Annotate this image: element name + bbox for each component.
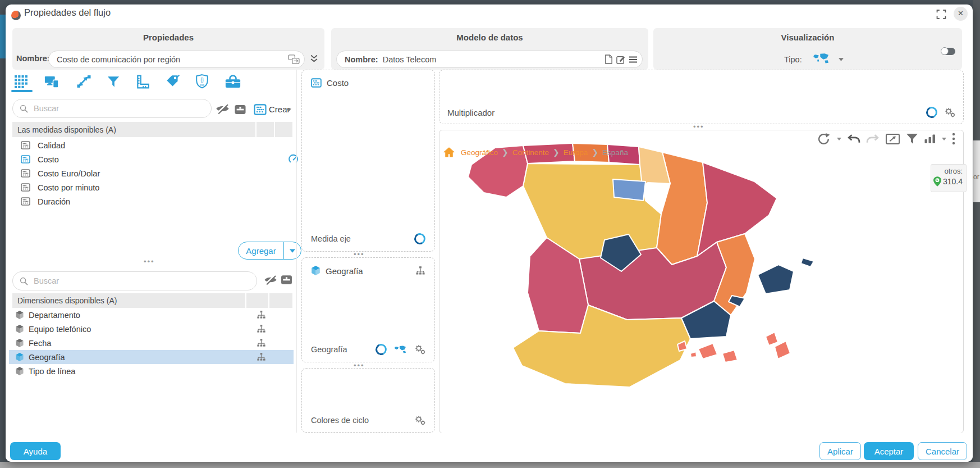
menu-icon[interactable]: [629, 56, 638, 63]
multiplier-slot[interactable]: Multiplicador: [439, 70, 964, 124]
type-dropdown-caret-icon[interactable]: [839, 58, 844, 61]
flow-name-value: Costo de comunicación por región: [49, 55, 288, 64]
geography-config-ring-icon[interactable]: [374, 342, 388, 356]
redo-icon[interactable]: [866, 133, 880, 144]
collapse-panel-icon[interactable]: [234, 104, 246, 115]
dimensions-list-header: Dimensiones disponibles (A): [12, 293, 292, 308]
chart-dropdown-caret-icon[interactable]: [942, 138, 946, 140]
accept-button[interactable]: Aceptar: [864, 442, 914, 460]
apply-button[interactable]: Aplicar: [819, 442, 861, 460]
dimensions-search-input[interactable]: [33, 276, 251, 286]
hide-unused-eye-icon[interactable]: [216, 103, 230, 114]
tab-tags[interactable]: [166, 75, 180, 89]
dimension-list-item[interactable]: Fecha: [9, 336, 294, 350]
chart-type-icon[interactable]: [924, 134, 936, 144]
add-dropdown-caret-icon[interactable]: [283, 242, 301, 259]
help-button[interactable]: Ayuda: [10, 442, 61, 460]
refresh-icon[interactable]: [817, 133, 831, 146]
fit-image-icon[interactable]: [885, 133, 900, 145]
undo-icon[interactable]: [847, 133, 860, 144]
tab-fields[interactable]: [15, 75, 29, 88]
slot-drag-handle[interactable]: •••: [354, 364, 365, 368]
rename-translate-icon[interactable]: [288, 54, 300, 64]
measure-config-ring-icon[interactable]: [413, 231, 427, 246]
new-document-icon[interactable]: [605, 54, 613, 64]
tab-toolbox[interactable]: [225, 75, 241, 88]
flow-name-input[interactable]: Costo de comunicación por región: [48, 51, 305, 68]
active-tab-underline: [11, 90, 33, 92]
expand-properties-chevrons-icon[interactable]: [310, 54, 318, 63]
breadcrumb-item[interactable]: ❯ Continente: [502, 148, 549, 157]
fullscreen-icon[interactable]: [936, 10, 946, 19]
dimension-label: Tipo de línea: [29, 367, 75, 376]
measure-label: Costo Euro/Dolar: [38, 169, 100, 178]
breadcrumb-item[interactable]: ❯ Geográfico: [461, 148, 498, 157]
others-label: otros:: [931, 167, 963, 175]
measure-label: Duración: [38, 197, 70, 206]
measures-search[interactable]: [12, 99, 212, 118]
properties-panel-title: Propiedades: [12, 28, 324, 42]
measure-axis-slot[interactable]: Costo Medida eje: [301, 70, 435, 252]
gears-icon[interactable]: [415, 415, 425, 425]
hierarchy-icon: [244, 353, 278, 361]
tab-ruler[interactable]: [135, 75, 150, 89]
breadcrumb-items: ❯ Geográfico ❯ Continente ❯ Europa ❯ Esp…: [461, 148, 628, 157]
slot-drag-handle[interactable]: •••: [354, 252, 365, 257]
measures-list: Calidad Costo Costo Euro/Dolar Costo por: [12, 138, 292, 208]
cycle-colors-slot[interactable]: Colores de ciclo: [301, 368, 435, 433]
close-icon[interactable]: ×: [954, 7, 968, 21]
dimension-list-item[interactable]: Tipo de línea: [9, 364, 294, 378]
data-model-name-input[interactable]: Nombre: Datos Telecom: [336, 51, 643, 68]
breadcrumb-item[interactable]: ❯ Europa: [553, 148, 588, 157]
measure-list-item[interactable]: Duración: [12, 194, 292, 208]
hierarchy-icon: [244, 325, 278, 333]
tab-css[interactable]: {}css: [195, 74, 209, 89]
collapse-panel-icon[interactable]: [281, 275, 292, 285]
cancel-button[interactable]: Cancelar: [918, 442, 967, 460]
left-tabbar: {}css: [9, 72, 256, 91]
tab-filters[interactable]: [107, 75, 120, 88]
measure-list-item[interactable]: Costo: [12, 152, 292, 166]
data-model-name-label: Nombre:: [345, 55, 378, 64]
multiplier-config-ring-icon[interactable]: [924, 105, 938, 119]
more-options-kebab-icon[interactable]: [952, 133, 955, 145]
map-chart-type-icon[interactable]: [813, 53, 831, 65]
breadcrumb-item[interactable]: ❯ España: [592, 148, 628, 157]
dimension-list-item[interactable]: Geografía: [9, 350, 294, 364]
dimension-list-item[interactable]: Departamento: [9, 308, 294, 322]
slot-footer-label: Medida eje: [311, 234, 351, 243]
geo-map-icon[interactable]: [394, 346, 407, 354]
tab-devices[interactable]: [44, 75, 61, 88]
measure-list-item[interactable]: Calidad: [12, 138, 292, 152]
measure-list-item[interactable]: Costo por minuto: [12, 180, 292, 194]
others-badge: otros: 310.4: [931, 164, 967, 192]
create-dropdown-caret-icon[interactable]: [286, 108, 291, 112]
measure-field-icon: [311, 78, 322, 88]
panel-drag-handle[interactable]: •••: [144, 260, 155, 264]
tab-interactions[interactable]: [76, 75, 91, 88]
refresh-dropdown-caret-icon[interactable]: [837, 138, 841, 140]
slot-drag-handle[interactable]: •••: [693, 125, 704, 129]
measure-list-item[interactable]: Costo Euro/Dolar: [12, 166, 292, 180]
others-value: 310.4: [943, 177, 963, 186]
dimensions-search[interactable]: [12, 271, 257, 290]
measures-search-input[interactable]: [33, 103, 205, 113]
spain-choropleth-map[interactable]: [439, 130, 964, 433]
home-icon[interactable]: [443, 147, 455, 157]
background-right-strip: [973, 0, 980, 462]
edit-icon[interactable]: [616, 55, 625, 64]
dimension-list-item[interactable]: Equipo telefónico: [9, 322, 294, 336]
hierarchy-icon[interactable]: [415, 266, 425, 275]
visualization-panel-title: Visualización: [653, 28, 962, 42]
measure-label: Calidad: [38, 141, 65, 150]
slot-field-label: Geografía: [326, 266, 363, 276]
region-la-rioja[interactable]: [613, 179, 645, 201]
create-measure-icon[interactable]: [254, 104, 267, 115]
visualization-toggle[interactable]: [941, 48, 955, 55]
filter-icon[interactable]: [906, 133, 918, 145]
gears-icon[interactable]: [945, 107, 955, 117]
geography-slot[interactable]: Geografía Geografía: [301, 257, 435, 362]
gears-icon[interactable]: [415, 344, 425, 355]
hide-unused-eye-icon[interactable]: [264, 275, 277, 285]
add-measure-button[interactable]: Agregar: [238, 242, 301, 260]
